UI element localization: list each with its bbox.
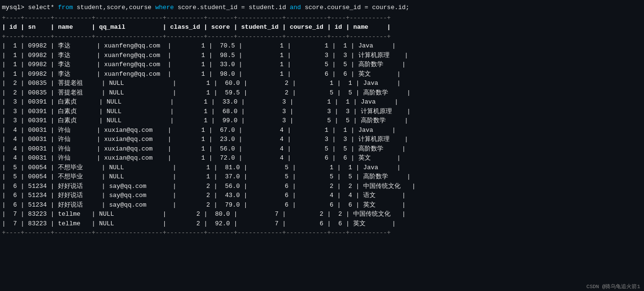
table-row: | 4 | 00031 | 许仙 | xuxian@qq.com | 1 | 7… [0,153,644,163]
table-row: | 3 | 00391 | 白素贞 | NULL | 1 | 33.0 | 3 … [0,97,644,107]
table-row: | 7 | 83223 | tellme | NULL | 2 | 80.0 |… [0,210,644,219]
table-row: | 1 | 09982 | 李达 | xuanfeng@qq.com | 1 |… [0,60,644,70]
table-row: | 6 | 51234 | 好好说话 | say@qq.com | 2 | 43… [0,191,644,200]
table-header: | id | sn | name | qq_mail | class_id | … [0,23,644,32]
separator-top: +----+-------+----------+---------------… [0,13,644,23]
table-row: | 6 | 51234 | 好好说话 | say@qq.com | 2 | 56… [0,182,644,191]
table-row: | 6 | 51234 | 好好说话 | say@qq.com | 2 | 79… [0,200,644,210]
terminal-window: mysql> select* from student,score,course… [0,0,644,291]
command-line: mysql> select* from student,score,course… [0,2,644,13]
table-row: | 4 | 00031 | 许仙 | xuxian@qq.com | 1 | 2… [0,135,644,144]
table-row: | 1 | 09982 | 李达 | xuanfeng@qq.com | 1 |… [0,41,644,51]
separator-header: +----+-------+----------+---------------… [0,32,644,42]
table-row: | 1 | 09982 | 李达 | xuanfeng@qq.com | 1 |… [0,51,644,60]
table-row: | 4 | 00031 | 许仙 | xuxian@qq.com | 1 | 6… [0,126,644,135]
table-row: | 3 | 00391 | 白素贞 | NULL | 1 | 99.0 | 3 … [0,116,644,126]
table-row: | 5 | 00054 | 不想毕业 | NULL | 1 | 81.0 | 5… [0,163,644,173]
table-row: | 2 | 00835 | 菩提老祖 | NULL | 1 | 60.0 | 2… [0,79,644,88]
table-row: | 5 | 00054 | 不想毕业 | NULL | 1 | 37.0 | 5… [0,172,644,182]
table-row: | 2 | 00835 | 菩提老祖 | NULL | 1 | 59.5 | 2… [0,88,644,98]
table-row: | 3 | 00391 | 白素贞 | NULL | 1 | 68.0 | 3 … [0,107,644,116]
separator-bottom: +----+-------+----------+---------------… [0,228,644,238]
prompt: mysql> [2,4,28,11]
command-text: select* from student,score,course where … [28,4,410,11]
table-row: | 4 | 00031 | 许仙 | xuxian@qq.com | 1 | 5… [0,144,644,154]
table-row: | 7 | 83223 | tellme | NULL | 2 | 92.0 |… [0,219,644,229]
watermark: CSDN @骑乌龟追火箭1 [586,283,640,290]
table-row: | 1 | 09982 | 李达 | xuanfeng@qq.com | 1 |… [0,70,644,79]
